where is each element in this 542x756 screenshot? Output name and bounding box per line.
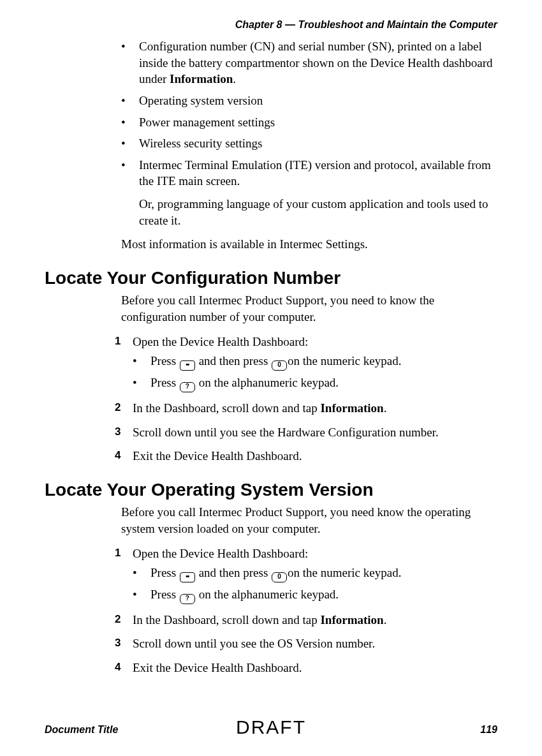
section-intro: Before you call Intermec Product Support…: [121, 504, 497, 537]
text: .: [384, 613, 387, 626]
list-item: Press on the alphanumeric keypad.: [133, 586, 497, 604]
text: Wireless security settings: [139, 137, 262, 150]
key-question-icon: [180, 382, 195, 392]
text: Operating system version: [139, 94, 263, 107]
step-text: Scroll down until you see the OS Version…: [133, 637, 375, 650]
list-item: Press and then press on the numeric keyp…: [133, 565, 497, 582]
sub-bullets: Press and then press on the numeric keyp…: [133, 353, 497, 392]
key-question-icon: [180, 594, 195, 604]
step-number: 4: [115, 448, 121, 463]
text: .: [233, 72, 236, 85]
sub-bullets: Press and then press on the numeric keyp…: [133, 565, 497, 604]
continuation-text: Or, programming language of your custom …: [139, 196, 497, 228]
step-4: 4 Exit the Device Health Dashboard.: [115, 660, 497, 676]
heading-locate-os-version: Locate Your Operating System Version: [45, 480, 497, 500]
list-item: Configuration number (CN) and serial num…: [121, 38, 497, 87]
paragraph: Most information is available in Interme…: [121, 236, 497, 253]
text: In the Dashboard, scroll down and tap: [133, 613, 320, 626]
info-bullet-list: Configuration number (CN) and serial num…: [121, 38, 497, 228]
text: on the alphanumeric keypad.: [196, 376, 339, 389]
step-text: Exit the Device Health Dashboard.: [133, 661, 302, 674]
list-item: Wireless security settings: [121, 135, 497, 152]
text: Intermec Terminal Emulation (ITE) versio…: [139, 158, 491, 188]
step-number: 2: [115, 612, 121, 627]
step-text: Scroll down until you see the Hardware C…: [133, 426, 439, 439]
text: Press: [150, 566, 179, 579]
list-item: Intermec Terminal Emulation (ITE) versio…: [121, 157, 497, 229]
step-4: 4 Exit the Device Health Dashboard.: [115, 448, 497, 464]
step-text: Open the Device Health Dashboard:: [133, 335, 308, 348]
text: In the Dashboard, scroll down and tap: [133, 401, 320, 415]
body-content: Configuration number (CN) and serial num…: [45, 38, 497, 684]
step-text: Open the Device Health Dashboard:: [133, 547, 308, 560]
step-2: 2 In the Dashboard, scroll down and tap …: [115, 400, 497, 417]
draft-watermark: DRAFT: [0, 716, 542, 738]
step-number: 4: [115, 660, 121, 675]
key-zero-icon: [272, 360, 287, 371]
step-number: 3: [115, 425, 121, 440]
bold-text: Information: [320, 401, 383, 415]
section-intro: Before you call Intermec Product Support…: [121, 292, 497, 325]
key-icon: [180, 572, 195, 582]
list-item: Power management settings: [121, 114, 497, 131]
list-item: Press on the alphanumeric keypad.: [133, 374, 497, 392]
list-item: Press and then press on the numeric keyp…: [133, 353, 497, 371]
bold-text: Information: [320, 613, 383, 626]
text: Press: [150, 588, 179, 601]
text: Press: [150, 354, 179, 367]
step-number: 1: [115, 334, 121, 349]
bold-text: Information: [170, 72, 233, 85]
text: Press: [150, 376, 179, 389]
steps-config-number: 1 Open the Device Health Dashboard: Pres…: [115, 334, 497, 464]
step-number: 2: [115, 401, 121, 415]
step-text: Exit the Device Health Dashboard.: [133, 449, 302, 463]
step-number: 1: [115, 546, 121, 561]
step-1: 1 Open the Device Health Dashboard: Pres…: [115, 334, 497, 392]
steps-os-version: 1 Open the Device Health Dashboard: Pres…: [115, 545, 497, 676]
key-zero-icon: [272, 572, 287, 582]
list-item: Operating system version: [121, 93, 497, 109]
heading-locate-config-number: Locate Your Configuration Number: [45, 268, 497, 288]
text: on the numeric keypad.: [288, 354, 401, 367]
text: and then press: [196, 354, 271, 367]
text: and then press: [196, 566, 271, 579]
step-number: 3: [115, 636, 121, 651]
text: on the numeric keypad.: [288, 566, 401, 579]
key-icon: [180, 360, 195, 371]
running-header: Chapter 8 — Troubleshoot and Maintain th…: [235, 19, 497, 31]
step-3: 3 Scroll down until you see the OS Versi…: [115, 635, 497, 652]
step-1: 1 Open the Device Health Dashboard: Pres…: [115, 545, 497, 604]
page: Chapter 8 — Troubleshoot and Maintain th…: [0, 0, 542, 756]
step-2: 2 In the Dashboard, scroll down and tap …: [115, 612, 497, 628]
step-3: 3 Scroll down until you see the Hardware…: [115, 424, 497, 441]
text: on the alphanumeric keypad.: [196, 588, 339, 601]
text: .: [384, 401, 387, 415]
text: Power management settings: [139, 115, 275, 129]
